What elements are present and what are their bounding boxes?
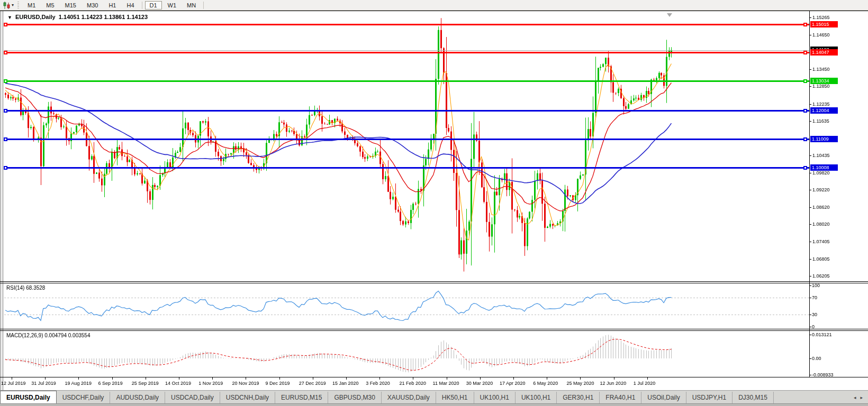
rsi-macd-separator[interactable] [0, 329, 868, 329]
chart-shift-marker[interactable] [667, 13, 672, 17]
chart-tab-usdcnh-daily[interactable]: USDCNH,Daily [220, 392, 275, 403]
date-axis-label: 6 May 2020 [533, 381, 558, 386]
timeframe-button-w1[interactable]: W1 [163, 1, 182, 10]
chart-ohlc-values: 1.14051 1.14223 1.13861 1.14123 [59, 14, 148, 20]
date-axis-label: 1 Jul 2020 [634, 381, 656, 386]
price-axis-tick: 1.13450 [812, 67, 830, 72]
toolbar-separator [203, 2, 204, 9]
chart-top-border [0, 11, 868, 11]
date-axis-label: 9 Dec 2019 [266, 381, 290, 386]
main-rsi-separator[interactable] [0, 281, 868, 282]
chart-tab-hk50-h1[interactable]: HK50,H1 [436, 392, 474, 403]
date-axis-label: 31 Jul 2019 [31, 381, 56, 386]
price-axis-line [809, 11, 810, 377]
toolbar: ▾ M1M5M15M30H1H4D1W1MN [0, 0, 868, 11]
hline-price-label[interactable]: 1.11009 [810, 136, 838, 142]
price-axis-tick: 1.08020 [812, 222, 830, 227]
chart-tab-usoil-daily[interactable]: USOil,Daily [641, 392, 686, 403]
chart-tab-eurusd-daily[interactable]: EURUSD,Daily [0, 391, 57, 403]
chart-tab-ger30-h1[interactable]: GER30,H1 [557, 392, 600, 403]
macd-axis-tick: 0.013121 [812, 332, 832, 337]
chart-tab-uk100-h1[interactable]: UK100,H1 [516, 392, 557, 403]
timeframe-button-m1[interactable]: M1 [23, 1, 40, 10]
price-chart-canvas[interactable] [0, 0, 868, 406]
rsi-axis-tick: 70 [812, 295, 817, 300]
date-axis-label: 3 Feb 2020 [366, 381, 390, 386]
hline-price-label[interactable]: 1.14047 [810, 49, 838, 56]
macd-panel-top-border [0, 330, 868, 331]
macd-axis-tick: -0.008933 [812, 372, 834, 377]
timeframe-button-m5[interactable]: M5 [41, 1, 59, 10]
chart-title: ▼EURUSD,Daily 1.14051 1.14223 1.13861 1.… [7, 14, 148, 20]
candlestick-chart-icon [3, 2, 11, 9]
rsi-indicator-label: RSI(14) 68.3528 [6, 285, 45, 291]
price-axis-tick: 1.09220 [812, 187, 830, 192]
macd-axis-tick: 0.00 [812, 356, 821, 361]
symbol-dropdown-icon[interactable]: ▼ [7, 15, 12, 20]
price-axis-tick: 1.06205 [812, 273, 830, 279]
toolbar-separator [142, 2, 142, 9]
timeframe-button-d1[interactable]: D1 [145, 1, 162, 10]
macd-indicator-label: MACD(12,26,9) 0.004794 0.003554 [6, 333, 90, 338]
timeframe-button-h4[interactable]: H4 [122, 1, 139, 10]
date-axis-label: 20 Nov 2019 [232, 381, 259, 386]
rsi-axis-tick: 30 [812, 312, 817, 317]
hline-price-label[interactable]: 1.13034 [810, 78, 838, 84]
chart-tab-bar: EURUSD,DailyUSDCHF,DailyAUDUSD,DailyUSDC… [0, 390, 868, 403]
date-axis-label: 27 Dec 2019 [299, 381, 326, 386]
toolbar-grip [17, 2, 19, 8]
chart-tab-usdjpy-h1[interactable]: USDJPY,H1 [686, 392, 733, 403]
price-axis-tick: 1.11635 [812, 118, 829, 124]
timeframe-button-m30[interactable]: M30 [82, 1, 103, 10]
timeframe-button-m15[interactable]: M15 [60, 1, 81, 10]
price-axis-tick: 1.12850 [812, 84, 830, 89]
date-axis-label: 17 Apr 2020 [500, 381, 526, 386]
date-axis-label: 1 Nov 2019 [198, 381, 223, 386]
price-axis-tick: 1.08620 [812, 205, 830, 210]
date-axis-label: 12 Jul 2019 [1, 381, 26, 386]
chart-tab-audusd-daily[interactable]: AUDUSD,Daily [110, 392, 165, 403]
hline-price-label[interactable]: 1.10008 [810, 164, 838, 171]
tab-scroll-right-icon[interactable]: ▸ [860, 395, 863, 400]
date-axis-label: 11 Mar 2020 [433, 381, 459, 386]
chart-tab-xauusd-daily[interactable]: XAUUSD,Daily [382, 392, 436, 403]
chart-symbol-label: EURUSD,Daily [15, 14, 56, 20]
timeframe-button-mn[interactable]: MN [182, 1, 201, 10]
hline-price-label[interactable]: 1.15015 [810, 21, 838, 27]
price-axis-tick: 1.07405 [812, 239, 830, 244]
chart-tab-usdchf-daily[interactable]: USDCHF,Daily [57, 392, 111, 403]
price-axis-tick: 1.10435 [812, 153, 830, 158]
chart-tab-eurusd-m15[interactable]: EURUSD,M15 [275, 392, 328, 403]
price-axis-tick: 1.12235 [812, 102, 830, 107]
price-axis-tick: 1.06805 [812, 256, 830, 262]
chart-tab-dj30-m15[interactable]: DJ30,M15 [733, 392, 774, 403]
chart-tab-usdcad-daily[interactable]: USDCAD,Daily [165, 392, 220, 403]
macd-bottom-border [0, 377, 868, 377]
chart-type-button[interactable]: ▾ [0, 1, 16, 10]
chart-tab-gbpusd-m30[interactable]: GBPUSD,M30 [328, 392, 381, 403]
chart-tab-uk100-h1[interactable]: UK100,H1 [474, 392, 516, 403]
hline-price-label[interactable]: 1.12004 [810, 107, 838, 114]
date-axis-label: 19 Aug 2019 [65, 381, 92, 386]
rsi-panel-top-border [0, 283, 868, 283]
date-axis-label: 6 Sep 2019 [98, 381, 123, 386]
price-axis-tick: 1.15265 [812, 15, 830, 20]
chevron-down-icon: ▾ [12, 3, 14, 7]
date-axis-label: 25 Sep 2019 [132, 381, 159, 386]
rsi-axis-tick: 0 [812, 324, 815, 329]
window-bottom-edge [0, 403, 868, 406]
date-axis-label: 30 Mar 2020 [466, 381, 493, 386]
date-axis-label: 21 Feb 2020 [399, 381, 426, 386]
date-axis-label: 25 May 2020 [566, 381, 594, 386]
date-axis-label: 14 Oct 2019 [165, 381, 191, 386]
date-axis-label: 12 Jun 2020 [600, 381, 627, 386]
rsi-axis-tick: 100 [812, 283, 820, 288]
timeframe-button-h1[interactable]: H1 [104, 1, 121, 10]
chart-tab-fra40-h1[interactable]: FRA40,H1 [600, 392, 641, 403]
price-axis-tick: 1.09820 [812, 170, 830, 176]
price-axis-tick: 1.14650 [812, 32, 830, 38]
tab-scroll-left-icon[interactable]: ◂ [854, 395, 856, 400]
window-left-border [1, 11, 3, 403]
date-axis-label: 15 Jan 2020 [332, 381, 359, 386]
